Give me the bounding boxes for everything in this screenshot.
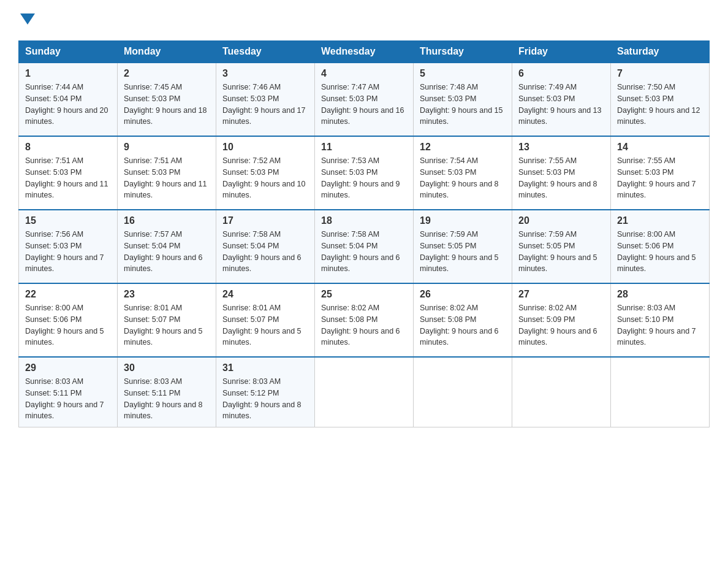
calendar-week-row: 22 Sunrise: 8:00 AM Sunset: 5:06 PM Dayl… bbox=[19, 283, 710, 357]
calendar-cell: 20 Sunrise: 7:59 AM Sunset: 5:05 PM Dayl… bbox=[512, 210, 611, 283]
day-number: 17 bbox=[222, 215, 308, 226]
day-info: Sunrise: 8:00 AM Sunset: 5:06 PM Dayligh… bbox=[25, 302, 111, 348]
day-info: Sunrise: 7:50 AM Sunset: 5:03 PM Dayligh… bbox=[617, 82, 703, 128]
day-number: 22 bbox=[25, 289, 111, 300]
day-number: 27 bbox=[518, 289, 604, 300]
day-number: 21 bbox=[617, 215, 703, 226]
day-info: Sunrise: 8:02 AM Sunset: 5:09 PM Dayligh… bbox=[518, 302, 604, 348]
day-info: Sunrise: 8:03 AM Sunset: 5:11 PM Dayligh… bbox=[25, 376, 111, 422]
day-number: 4 bbox=[321, 68, 407, 79]
day-number: 10 bbox=[222, 142, 308, 153]
weekday-header-monday: Monday bbox=[118, 41, 216, 63]
day-number: 16 bbox=[124, 215, 210, 226]
day-info: Sunrise: 8:02 AM Sunset: 5:08 PM Dayligh… bbox=[321, 302, 407, 348]
calendar-cell bbox=[611, 357, 710, 427]
day-info: Sunrise: 7:49 AM Sunset: 5:03 PM Dayligh… bbox=[518, 82, 604, 128]
day-number: 30 bbox=[124, 362, 210, 373]
calendar-cell: 11 Sunrise: 7:53 AM Sunset: 5:03 PM Dayl… bbox=[315, 136, 414, 210]
calendar-cell: 17 Sunrise: 7:58 AM Sunset: 5:04 PM Dayl… bbox=[216, 210, 315, 283]
day-info: Sunrise: 7:56 AM Sunset: 5:03 PM Dayligh… bbox=[25, 229, 111, 275]
day-number: 5 bbox=[420, 68, 506, 79]
day-number: 24 bbox=[222, 289, 308, 300]
calendar-cell: 8 Sunrise: 7:51 AM Sunset: 5:03 PM Dayli… bbox=[19, 136, 118, 210]
calendar-week-row: 29 Sunrise: 8:03 AM Sunset: 5:11 PM Dayl… bbox=[19, 357, 710, 427]
calendar-cell: 15 Sunrise: 7:56 AM Sunset: 5:03 PM Dayl… bbox=[19, 210, 118, 283]
calendar-cell: 13 Sunrise: 7:55 AM Sunset: 5:03 PM Dayl… bbox=[512, 136, 611, 210]
day-number: 7 bbox=[617, 68, 703, 79]
day-info: Sunrise: 7:48 AM Sunset: 5:03 PM Dayligh… bbox=[420, 82, 506, 128]
calendar-cell: 18 Sunrise: 7:58 AM Sunset: 5:04 PM Dayl… bbox=[315, 210, 414, 283]
calendar-cell: 27 Sunrise: 8:02 AM Sunset: 5:09 PM Dayl… bbox=[512, 283, 611, 357]
calendar-cell: 3 Sunrise: 7:46 AM Sunset: 5:03 PM Dayli… bbox=[216, 63, 315, 136]
logo bbox=[18, 12, 35, 28]
svg-marker-0 bbox=[20, 13, 35, 25]
calendar-cell: 19 Sunrise: 7:59 AM Sunset: 5:05 PM Dayl… bbox=[414, 210, 512, 283]
day-number: 13 bbox=[518, 142, 604, 153]
calendar-week-row: 8 Sunrise: 7:51 AM Sunset: 5:03 PM Dayli… bbox=[19, 136, 710, 210]
weekday-header-saturday: Saturday bbox=[611, 41, 710, 63]
calendar-cell: 6 Sunrise: 7:49 AM Sunset: 5:03 PM Dayli… bbox=[512, 63, 611, 136]
day-info: Sunrise: 7:55 AM Sunset: 5:03 PM Dayligh… bbox=[518, 155, 604, 201]
day-info: Sunrise: 7:45 AM Sunset: 5:03 PM Dayligh… bbox=[124, 82, 210, 128]
calendar-cell: 16 Sunrise: 7:57 AM Sunset: 5:04 PM Dayl… bbox=[118, 210, 216, 283]
day-info: Sunrise: 8:02 AM Sunset: 5:08 PM Dayligh… bbox=[420, 302, 506, 348]
day-info: Sunrise: 7:58 AM Sunset: 5:04 PM Dayligh… bbox=[222, 229, 308, 275]
weekday-header-friday: Friday bbox=[512, 41, 611, 63]
day-info: Sunrise: 7:47 AM Sunset: 5:03 PM Dayligh… bbox=[321, 82, 407, 128]
day-number: 26 bbox=[420, 289, 506, 300]
calendar-table: SundayMondayTuesdayWednesdayThursdayFrid… bbox=[18, 40, 710, 427]
day-info: Sunrise: 8:01 AM Sunset: 5:07 PM Dayligh… bbox=[124, 302, 210, 348]
day-number: 9 bbox=[124, 142, 210, 153]
calendar-cell: 31 Sunrise: 8:03 AM Sunset: 5:12 PM Dayl… bbox=[216, 357, 315, 427]
calendar-cell: 2 Sunrise: 7:45 AM Sunset: 5:03 PM Dayli… bbox=[118, 63, 216, 136]
day-number: 31 bbox=[222, 362, 308, 373]
calendar-cell: 26 Sunrise: 8:02 AM Sunset: 5:08 PM Dayl… bbox=[414, 283, 512, 357]
calendar-cell: 21 Sunrise: 8:00 AM Sunset: 5:06 PM Dayl… bbox=[611, 210, 710, 283]
day-info: Sunrise: 7:51 AM Sunset: 5:03 PM Dayligh… bbox=[25, 155, 111, 201]
weekday-header-sunday: Sunday bbox=[19, 41, 118, 63]
day-number: 2 bbox=[124, 68, 210, 79]
day-number: 15 bbox=[25, 215, 111, 226]
day-number: 8 bbox=[25, 142, 111, 153]
day-info: Sunrise: 7:46 AM Sunset: 5:03 PM Dayligh… bbox=[222, 82, 308, 128]
calendar-cell: 22 Sunrise: 8:00 AM Sunset: 5:06 PM Dayl… bbox=[19, 283, 118, 357]
day-info: Sunrise: 7:58 AM Sunset: 5:04 PM Dayligh… bbox=[321, 229, 407, 275]
calendar-cell: 1 Sunrise: 7:44 AM Sunset: 5:04 PM Dayli… bbox=[19, 63, 118, 136]
calendar-cell: 30 Sunrise: 8:03 AM Sunset: 5:11 PM Dayl… bbox=[118, 357, 216, 427]
weekday-header-row: SundayMondayTuesdayWednesdayThursdayFrid… bbox=[19, 41, 710, 63]
calendar-cell: 29 Sunrise: 8:03 AM Sunset: 5:11 PM Dayl… bbox=[19, 357, 118, 427]
calendar-cell bbox=[512, 357, 611, 427]
weekday-header-thursday: Thursday bbox=[414, 41, 512, 63]
day-number: 14 bbox=[617, 142, 703, 153]
logo-arrow-icon bbox=[20, 13, 35, 26]
day-number: 29 bbox=[25, 362, 111, 373]
calendar-body: 1 Sunrise: 7:44 AM Sunset: 5:04 PM Dayli… bbox=[19, 63, 710, 427]
calendar-cell: 25 Sunrise: 8:02 AM Sunset: 5:08 PM Dayl… bbox=[315, 283, 414, 357]
day-number: 12 bbox=[420, 142, 506, 153]
day-info: Sunrise: 7:59 AM Sunset: 5:05 PM Dayligh… bbox=[518, 229, 604, 275]
calendar-cell bbox=[315, 357, 414, 427]
calendar-cell: 10 Sunrise: 7:52 AM Sunset: 5:03 PM Dayl… bbox=[216, 136, 315, 210]
day-info: Sunrise: 8:03 AM Sunset: 5:10 PM Dayligh… bbox=[617, 302, 703, 348]
calendar-cell: 7 Sunrise: 7:50 AM Sunset: 5:03 PM Dayli… bbox=[611, 63, 710, 136]
day-info: Sunrise: 7:55 AM Sunset: 5:03 PM Dayligh… bbox=[617, 155, 703, 201]
day-info: Sunrise: 7:52 AM Sunset: 5:03 PM Dayligh… bbox=[222, 155, 308, 201]
calendar-cell: 9 Sunrise: 7:51 AM Sunset: 5:03 PM Dayli… bbox=[118, 136, 216, 210]
day-info: Sunrise: 7:44 AM Sunset: 5:04 PM Dayligh… bbox=[25, 82, 111, 128]
calendar-cell: 28 Sunrise: 8:03 AM Sunset: 5:10 PM Dayl… bbox=[611, 283, 710, 357]
calendar-header: SundayMondayTuesdayWednesdayThursdayFrid… bbox=[19, 41, 710, 63]
day-info: Sunrise: 8:00 AM Sunset: 5:06 PM Dayligh… bbox=[617, 229, 703, 275]
day-info: Sunrise: 8:03 AM Sunset: 5:11 PM Dayligh… bbox=[124, 376, 210, 422]
day-number: 6 bbox=[518, 68, 604, 79]
day-number: 18 bbox=[321, 215, 407, 226]
weekday-header-wednesday: Wednesday bbox=[315, 41, 414, 63]
calendar-week-row: 15 Sunrise: 7:56 AM Sunset: 5:03 PM Dayl… bbox=[19, 210, 710, 283]
day-info: Sunrise: 7:53 AM Sunset: 5:03 PM Dayligh… bbox=[321, 155, 407, 201]
day-info: Sunrise: 7:51 AM Sunset: 5:03 PM Dayligh… bbox=[124, 155, 210, 201]
day-number: 19 bbox=[420, 215, 506, 226]
calendar-cell: 4 Sunrise: 7:47 AM Sunset: 5:03 PM Dayli… bbox=[315, 63, 414, 136]
day-number: 11 bbox=[321, 142, 407, 153]
page-header bbox=[18, 12, 710, 28]
day-number: 20 bbox=[518, 215, 604, 226]
day-number: 28 bbox=[617, 289, 703, 300]
